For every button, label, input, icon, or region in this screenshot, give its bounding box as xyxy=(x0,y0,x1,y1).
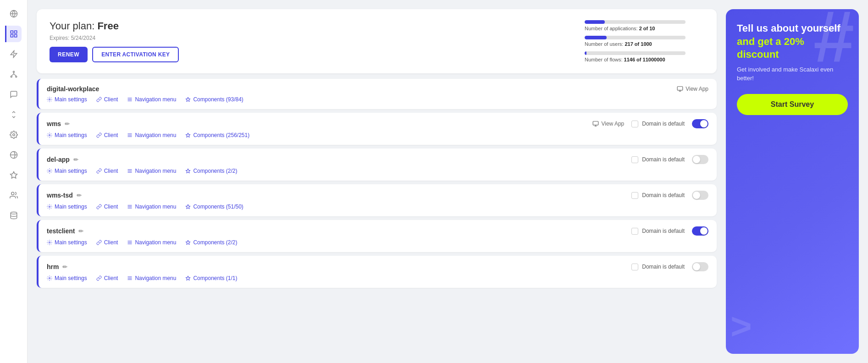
svg-rect-1 xyxy=(11,31,13,33)
promo-subtitle: Get involved and make Scalaxi even bette… xyxy=(737,65,848,83)
app-actions-right: View App xyxy=(677,86,708,92)
domain-default: Domain is default xyxy=(631,121,685,127)
app-name: hrm✏ xyxy=(47,263,67,270)
domain-checkbox[interactable] xyxy=(631,192,638,199)
app-link-client[interactable]: Client xyxy=(96,168,118,174)
app-row-bottom: Main settings Client Navigation menu Com… xyxy=(47,96,708,103)
app-toggle[interactable] xyxy=(692,262,708,271)
svg-rect-14 xyxy=(677,87,683,90)
app-link-components-(2/2)[interactable]: Components (2/2) xyxy=(185,168,237,174)
app-name: testclient✏ xyxy=(47,227,83,235)
stat-fill-flows xyxy=(585,51,586,55)
domain-checkbox[interactable] xyxy=(631,156,638,163)
app-link-client[interactable]: Client xyxy=(96,204,118,210)
domain-checkbox[interactable] xyxy=(631,264,638,270)
app-link-components-(2/2)[interactable]: Components (2/2) xyxy=(185,239,237,246)
app-link-navigation-menu[interactable]: Navigation menu xyxy=(127,239,176,246)
globe-icon[interactable] xyxy=(6,6,22,22)
app-link-navigation-menu[interactable]: Navigation menu xyxy=(127,275,176,281)
svg-point-36 xyxy=(49,278,50,279)
app-actions-right: Domain is default xyxy=(631,191,708,200)
app-link-components-(256/251)[interactable]: Components (256/251) xyxy=(185,132,249,138)
start-survey-button[interactable]: Start Survey xyxy=(737,94,848,115)
plan-card: Your plan: Free Expires: 5/24/2024 RENEW… xyxy=(37,9,717,73)
app-row-bottom: Main settings Client Navigation menu Com… xyxy=(47,239,708,246)
dashboard-icon[interactable] xyxy=(5,26,22,42)
app-link-client[interactable]: Client xyxy=(96,132,118,138)
app-link-main-settings[interactable]: Main settings xyxy=(47,239,87,246)
app-link-navigation-menu[interactable]: Navigation menu xyxy=(127,204,176,210)
app-link-client[interactable]: Client xyxy=(96,275,118,281)
settings-icon[interactable] xyxy=(6,126,22,143)
view-app-button[interactable]: View App xyxy=(677,86,708,92)
edit-icon[interactable]: ✏ xyxy=(77,192,82,199)
main-content: Your plan: Free Expires: 5/24/2024 RENEW… xyxy=(28,0,726,363)
app-name: wms✏ xyxy=(47,120,70,127)
app-actions-right: Domain is default xyxy=(631,262,708,271)
app-row-top: del-app✏Domain is default xyxy=(47,155,708,164)
hierarchy-icon[interactable] xyxy=(6,66,22,82)
sort-icon[interactable] xyxy=(6,106,22,123)
world-icon[interactable] xyxy=(6,147,22,163)
stat-label-flows: Number of flows: 1146 of 11000000 xyxy=(585,57,704,62)
app-toggle[interactable] xyxy=(692,119,708,128)
stat-bar-users xyxy=(585,36,686,39)
app-row-bottom: Main settings Client Navigation menu Com… xyxy=(47,275,708,281)
domain-checkbox[interactable] xyxy=(631,121,638,127)
view-app-button[interactable]: View App xyxy=(592,121,624,127)
svg-point-24 xyxy=(49,170,50,172)
star-icon[interactable] xyxy=(6,167,22,183)
app-toggle[interactable] xyxy=(692,155,708,164)
app-link-navigation-menu[interactable]: Navigation menu xyxy=(127,168,176,174)
app-link-main-settings[interactable]: Main settings xyxy=(47,168,87,174)
app-link-main-settings[interactable]: Main settings xyxy=(47,275,87,281)
domain-default: Domain is default xyxy=(631,228,685,235)
stat-bar-applications xyxy=(585,20,686,24)
app-name: del-app✏ xyxy=(47,156,78,163)
svg-rect-4 xyxy=(15,35,17,37)
app-toggle[interactable] xyxy=(692,191,708,200)
users-icon[interactable] xyxy=(6,187,22,204)
app-link-navigation-menu[interactable]: Navigation menu xyxy=(127,96,176,103)
app-row-bottom: Main settings Client Navigation menu Com… xyxy=(47,204,708,210)
plugin-icon[interactable] xyxy=(6,46,22,62)
app-link-components-(93/84)[interactable]: Components (93/84) xyxy=(185,96,243,103)
edit-icon[interactable]: ✏ xyxy=(65,121,70,127)
plan-stats: Number of applications: 2 of 10 Number o… xyxy=(585,20,704,62)
stat-fill-users xyxy=(585,36,607,39)
plan-info: Your plan: Free Expires: 5/24/2024 RENEW… xyxy=(50,20,179,62)
app-link-navigation-menu[interactable]: Navigation menu xyxy=(127,132,176,138)
app-link-client[interactable]: Client xyxy=(96,239,118,246)
stat-users: Number of users: 217 of 1000 xyxy=(585,36,704,47)
sidebar xyxy=(0,0,28,363)
edit-icon[interactable]: ✏ xyxy=(62,264,67,270)
svg-rect-3 xyxy=(11,35,13,37)
stat-label-applications: Number of applications: 2 of 10 xyxy=(585,26,704,31)
renew-button[interactable]: RENEW xyxy=(50,47,88,62)
app-link-main-settings[interactable]: Main settings xyxy=(47,132,87,138)
edit-icon[interactable]: ✏ xyxy=(78,228,83,235)
svg-point-32 xyxy=(49,242,50,243)
app-row-top: digital-workplace View App xyxy=(47,85,708,93)
app-actions-right: Domain is default xyxy=(631,226,708,236)
app-link-main-settings[interactable]: Main settings xyxy=(47,96,87,103)
database-icon[interactable] xyxy=(6,207,22,224)
edit-icon[interactable]: ✏ xyxy=(73,156,78,163)
app-list: digital-workplace View App Main settings… xyxy=(37,79,717,292)
app-name: digital-workplace xyxy=(47,85,99,93)
app-toggle[interactable] xyxy=(692,226,708,236)
app-link-components-(1/1)[interactable]: Components (1/1) xyxy=(185,275,237,281)
app-name: wms-tsd✏ xyxy=(47,192,82,199)
app-row: hrm✏Domain is default Main settings Clie… xyxy=(37,256,717,288)
domain-checkbox[interactable] xyxy=(631,228,638,235)
activation-key-button[interactable]: ENTER ACTIVATION KEY xyxy=(92,47,179,62)
plan-title: Your plan: Free xyxy=(50,20,179,32)
comment-icon[interactable] xyxy=(6,86,22,103)
svg-point-12 xyxy=(11,192,14,195)
app-link-components-(51/50)[interactable]: Components (51/50) xyxy=(185,204,243,210)
app-link-client[interactable]: Client xyxy=(96,96,118,103)
plan-expiry: Expires: 5/24/2024 xyxy=(50,35,179,41)
app-link-main-settings[interactable]: Main settings xyxy=(47,204,87,210)
domain-label: Domain is default xyxy=(642,264,685,270)
domain-label: Domain is default xyxy=(642,156,685,163)
